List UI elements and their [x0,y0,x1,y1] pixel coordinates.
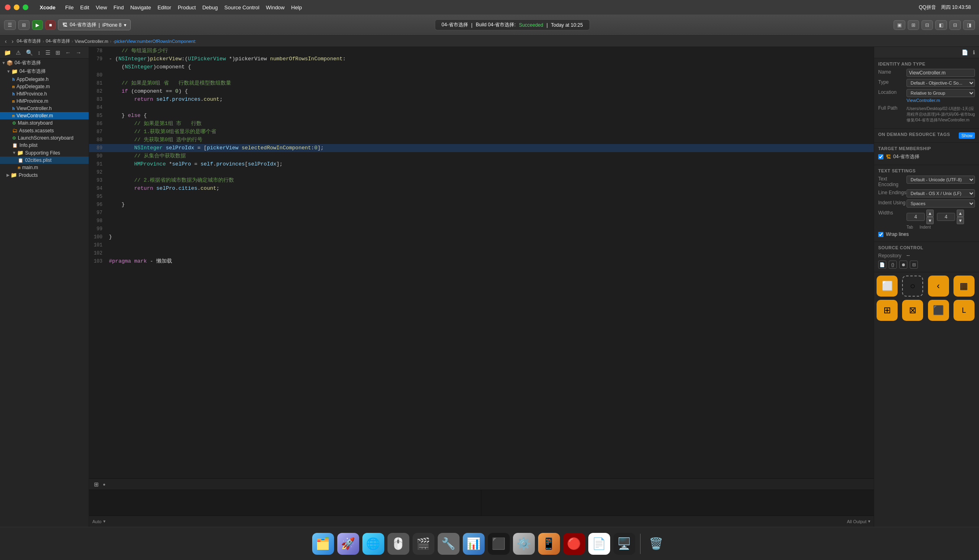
qa-btn-2[interactable]: ○ [902,276,923,297]
dock-app4[interactable]: 🖥️ [613,533,635,555]
menu-editor[interactable]: Editor [157,4,171,11]
sc-icon-3[interactable]: ⏺ [899,261,907,269]
dock-terminal[interactable]: ⬛ [488,533,510,555]
bottom-code-btn[interactable]: ⊞ [92,480,100,488]
menu-source-control[interactable]: Source Control [224,4,260,11]
inspector-type-select[interactable]: Default - Objective-C So... [907,79,975,87]
qa-btn-4[interactable]: ▦ [953,276,975,297]
menu-window[interactable]: Window [266,4,285,11]
sidebar-item-group1[interactable]: ▼ 📁 04-省市选择 [0,67,89,76]
editor-standard[interactable]: ▣ [894,20,905,30]
wrap-lines-checkbox[interactable] [878,232,883,237]
menu-edit[interactable]: Edit [80,4,89,11]
menu-product[interactable]: Product [178,4,196,11]
dock-safari[interactable]: 🌐 [362,533,384,555]
sc-icon-4[interactable]: ⊟ [910,261,918,269]
inspector-lineendings-select[interactable]: Default - OS X / Unix (LF) [907,189,975,197]
inspector-indent-select[interactable]: Spaces [907,199,975,208]
qa-btn-8[interactable]: L [953,300,975,321]
inspector-file-btn[interactable]: 📄 [960,49,970,56]
editor-version[interactable]: ⊟ [922,20,933,30]
breadcrumb-item-2[interactable]: 04-省市选择 [46,38,70,44]
dock-trash[interactable]: 🗑️ [645,533,667,555]
sidebar-item-viewcontroller-m[interactable]: m ViewController.m [0,112,89,119]
sc-icon-2[interactable]: {} [889,261,897,269]
minimize-button[interactable] [14,4,19,10]
sidebar-item-supporting-files[interactable]: ▼ 📁 Supporting Files [0,149,89,157]
output-selector[interactable]: All Output ▾ [847,519,870,524]
breadcrumb-back[interactable]: ‹ [3,37,9,45]
dock-app1[interactable]: 📱 [538,533,560,555]
inspector-name-input[interactable] [907,69,975,77]
navigator-toggle[interactable]: ☰ [4,20,16,30]
menu-file[interactable]: File [65,4,74,11]
menu-find[interactable]: Find [113,4,123,11]
sidebar-forward-btn[interactable]: → [74,49,83,57]
dock-settings[interactable]: ⚙️ [513,533,535,555]
sidebar-search-btn[interactable]: 🔍 [24,49,34,57]
sidebar-item-root[interactable]: ▼ 📦 04-省市选择 [0,59,89,67]
breadcrumb-item-1[interactable]: 04-省市选择 [17,38,41,44]
qa-btn-5[interactable]: ⊞ [877,300,898,321]
hierarchy-btn[interactable]: ⊞ [18,20,30,30]
inspector-info-btn[interactable]: ℹ [971,49,977,56]
view-navigator[interactable]: ◧ [935,20,947,30]
dock-finder[interactable]: 🗂️ [312,533,334,555]
sidebar-sort-btn[interactable]: ↕ [36,49,42,57]
menu-view[interactable]: View [96,4,107,11]
code-editor[interactable]: 78 // 每组返回多少行 79 - (NSInteger)pickerView… [89,47,874,478]
breadcrumb-item-4[interactable]: -pickerView:numberOfRowsInComponent: [113,39,196,44]
sidebar-item-info-plist[interactable]: 📋 Info.plist [0,142,89,149]
sidebar-item-02cities-plist[interactable]: 📋 02cities.plist [0,157,89,164]
sidebar-item-main-storyboard[interactable]: ⚙ Main.storyboard [0,119,89,127]
show-button[interactable]: Show [959,132,975,139]
sidebar-item-assets[interactable]: 🗂 Assets.xcassets [0,127,89,134]
tab-width-input[interactable] [907,213,925,221]
target-checkbox[interactable] [878,154,883,159]
breadcrumb-item-3[interactable]: ViewController.m [75,39,109,44]
dock-video[interactable]: 🎬 [413,533,434,555]
sidebar-back-btn[interactable]: ← [64,49,72,57]
inspector-location-select[interactable]: Relative to Group [907,89,975,97]
menu-debug[interactable]: Debug [202,4,218,11]
sc-icon-1[interactable]: 📄 [878,261,886,269]
dock-app2[interactable]: 🔴 [563,533,585,555]
sidebar-item-products[interactable]: ▶ 📁 Products [0,171,89,179]
breadcrumb-forward[interactable]: › [10,37,15,45]
dock-keynote[interactable]: 📊 [463,533,485,555]
qa-btn-7[interactable]: ⬛ [928,300,949,321]
view-debug[interactable]: ⊟ [949,20,961,30]
sidebar-item-appdelegate-m[interactable]: m AppDelegate.m [0,83,89,90]
sidebar-nav-btn[interactable]: ⊞ [54,49,62,57]
qa-btn-6[interactable]: ⊠ [902,300,923,321]
sidebar-item-viewcontroller-h[interactable]: h ViewController.h [0,105,89,112]
sidebar-item-launch-storyboard[interactable]: ⚙ LaunchScreen.storyboard [0,134,89,142]
sidebar-item-main-m[interactable]: m main.m [0,164,89,171]
maximize-button[interactable] [23,4,28,10]
sidebar-item-appdelegate-h[interactable]: h AppDelegate.h [0,76,89,83]
menu-help[interactable]: Help [291,4,302,11]
scheme-selector[interactable]: 🏗 04-省市选择 | iPhone 8 ▾ [58,19,131,30]
inspector-encoding-select[interactable]: Default - Unicode (UTF-8) [907,176,975,184]
indent-width-input[interactable] [937,213,955,221]
indent-width-down[interactable]: ▼ [957,217,964,224]
dock-tools[interactable]: 🔧 [438,533,460,555]
close-button[interactable] [5,4,11,10]
run-button[interactable]: ▶ [32,20,43,30]
sidebar-warning-btn[interactable]: ⚠ [14,49,23,57]
view-inspector[interactable]: ◨ [963,20,975,30]
tab-width-down[interactable]: ▼ [926,217,934,224]
qa-btn-3[interactable]: ‹ [928,276,949,297]
auto-selector[interactable]: Auto ▾ [92,519,106,524]
dock-mouse[interactable]: 🖱️ [387,533,409,555]
sidebar-item-hmprovince-h[interactable]: h HMProvince.h [0,90,89,98]
indent-width-up[interactable]: ▲ [957,210,964,217]
qa-btn-1[interactable]: ⬜ [877,276,898,297]
input-method[interactable]: QQ拼音 [919,4,936,11]
dock-app3[interactable]: 📄 [588,533,610,555]
sidebar-folder-btn[interactable]: 📁 [2,49,13,57]
dock-launchpad[interactable]: 🚀 [337,533,359,555]
sidebar-list-btn[interactable]: ☰ [44,49,52,57]
tab-width-up[interactable]: ▲ [926,210,934,217]
editor-assistant[interactable]: ⊞ [908,20,919,30]
